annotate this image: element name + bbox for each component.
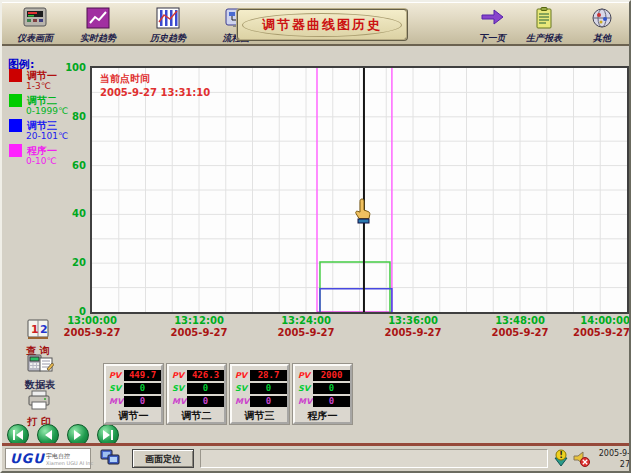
pv-value: 449.7 <box>124 370 161 381</box>
legend-range-3: 20-101℃ <box>26 131 68 141</box>
x-tick: 13:24:00 2005-9-27 <box>271 315 341 339</box>
vendor-logo-sub-en: Xiamen UGU AI Inc <box>46 460 93 466</box>
x-tick-date: 2005-9-27 <box>271 327 341 339</box>
history-trend-label: 历史趋势 <box>139 32 197 45</box>
pv-value: 2000 <box>313 370 350 381</box>
x-tick-time: 13:00:00 <box>57 315 127 327</box>
next-page-label: 下一页 <box>463 32 521 45</box>
x-tick-time: 13:12:00 <box>164 315 234 327</box>
page-title: 调节器曲线图历史 <box>238 10 406 39</box>
x-tick: 14:00:00 2005-9-27 <box>560 315 630 339</box>
x-tick: 13:12:00 2005-9-27 <box>164 315 234 339</box>
system-date: 2005-9-27 <box>592 448 630 470</box>
x-tick: 13:48:00 2005-9-27 <box>485 315 555 339</box>
realtime-trend-label: 实时趋势 <box>69 32 127 45</box>
mv-value: 0 <box>124 396 161 407</box>
mv-label: MV <box>235 397 249 406</box>
panel-program-1[interactable]: PV2000 SV0 MV0 程序一 <box>293 364 352 424</box>
production-report-label: 生产报表 <box>515 32 573 45</box>
panel-regulator-1[interactable]: PV449.7 SV0 MV0 调节一 <box>104 364 163 424</box>
legend-swatch-4 <box>9 144 22 157</box>
mv-label: MV <box>109 397 123 406</box>
production-report-icon <box>531 7 557 31</box>
y-tick: 80 <box>56 111 86 122</box>
x-tick-date: 2005-9-27 <box>57 327 127 339</box>
pv-value: 426.3 <box>187 370 224 381</box>
panel-name: 调节三 <box>232 409 287 423</box>
x-tick: 13:36:00 2005-9-27 <box>378 315 448 339</box>
computer-taskbar-icon[interactable] <box>100 448 126 469</box>
svg-text:2: 2 <box>40 323 48 336</box>
cursor-caption: 当前点时间 2005-9-27 13:31:10 <box>100 72 210 100</box>
next-page-arrow-icon <box>479 7 505 31</box>
sv-value: 0 <box>124 383 161 394</box>
legend-swatch-1 <box>9 69 22 82</box>
y-tick: 60 <box>56 160 86 171</box>
x-tick: 13:00:00 2005-9-27 <box>57 315 127 339</box>
pv-value: 28.7 <box>250 370 287 381</box>
x-tick-time: 13:48:00 <box>485 315 555 327</box>
sv-label: SV <box>172 384 184 393</box>
history-trend-button[interactable]: 历史趋势 <box>139 7 197 45</box>
alarm-status-icon[interactable]: ! <box>553 449 571 467</box>
sv-value: 0 <box>187 383 224 394</box>
y-tick: 100 <box>56 62 86 73</box>
legend-swatch-3 <box>9 119 22 132</box>
x-tick-time: 14:00:00 <box>560 315 630 327</box>
next-page-button[interactable]: 下一页 <box>463 7 521 45</box>
printer-icon <box>13 390 65 415</box>
y-tick: 20 <box>56 257 86 268</box>
page-title-plaque: 调节器曲线图历史 <box>236 8 408 41</box>
sound-muted-icon[interactable] <box>572 449 590 467</box>
x-tick-date: 2005-9-27 <box>378 327 448 339</box>
pv-label: PV <box>235 371 247 380</box>
mv-value: 0 <box>250 396 287 407</box>
hmi-window: 仪表画面 实时趋势 历史趋势 流程图 调节器曲线图历史 <box>0 0 631 473</box>
data-table-button[interactable]: 数据表 <box>14 352 66 392</box>
legend-swatch-2 <box>9 94 22 107</box>
production-report-button[interactable]: 生产报表 <box>515 7 573 45</box>
screen-locate-button[interactable]: 画面定位 <box>132 449 194 468</box>
panel-name: 调节一 <box>106 409 161 423</box>
panel-regulator-2[interactable]: PV426.3 SV0 MV0 调节二 <box>167 364 226 424</box>
pv-label: PV <box>298 371 310 380</box>
cursor-caption-datetime: 2005-9-27 13:31:10 <box>100 86 210 100</box>
print-button[interactable]: 打 印 <box>13 390 65 429</box>
realtime-trend-icon <box>85 7 111 31</box>
trend-plot-area[interactable]: 当前点时间 2005-9-27 13:31:10 <box>90 66 629 314</box>
mv-value: 0 <box>187 396 224 407</box>
cursor-hand-icon[interactable] <box>353 198 375 226</box>
instrument-screen-icon <box>22 7 48 31</box>
other-globe-icon <box>589 7 615 31</box>
mv-value: 0 <box>313 396 350 407</box>
x-tick-date: 2005-9-27 <box>164 327 234 339</box>
panel-name: 调节二 <box>169 409 224 423</box>
y-tick: 40 <box>56 208 86 219</box>
sv-value: 0 <box>313 383 350 394</box>
vendor-logo: UGU 宇电自控 Xiamen UGU AI Inc <box>5 448 91 469</box>
other-button[interactable]: 其他 <box>573 7 631 45</box>
legend-range-4: 0-10℃ <box>26 156 57 166</box>
history-trend-icon <box>155 7 181 31</box>
panel-regulator-3[interactable]: PV28.7 SV0 MV0 调节三 <box>230 364 289 424</box>
x-tick-date: 2005-9-27 <box>485 327 555 339</box>
x-tick-date: 2005-9-27 <box>560 327 630 339</box>
top-toolbar: 仪表画面 实时趋势 历史趋势 流程图 调节器曲线图历史 <box>2 2 629 46</box>
panel-name: 程序一 <box>295 409 350 423</box>
mv-label: MV <box>172 397 186 406</box>
sv-label: SV <box>298 384 310 393</box>
svg-text:1: 1 <box>31 323 39 336</box>
vendor-logo-text: UGU <box>10 451 45 466</box>
instrument-screen-button[interactable]: 仪表画面 <box>6 7 64 45</box>
realtime-trend-button[interactable]: 实时趋势 <box>69 7 127 45</box>
sv-label: SV <box>109 384 121 393</box>
sv-label: SV <box>235 384 247 393</box>
other-label: 其他 <box>573 32 631 45</box>
mv-label: MV <box>298 397 312 406</box>
sv-value: 0 <box>250 383 287 394</box>
query-calendar-icon: 12 <box>12 318 64 344</box>
system-clock: 2005-9-27 13:34:26 <box>592 448 630 473</box>
statusbar-top-divider <box>2 443 631 446</box>
x-tick-time: 13:36:00 <box>378 315 448 327</box>
x-tick-time: 13:24:00 <box>271 315 341 327</box>
